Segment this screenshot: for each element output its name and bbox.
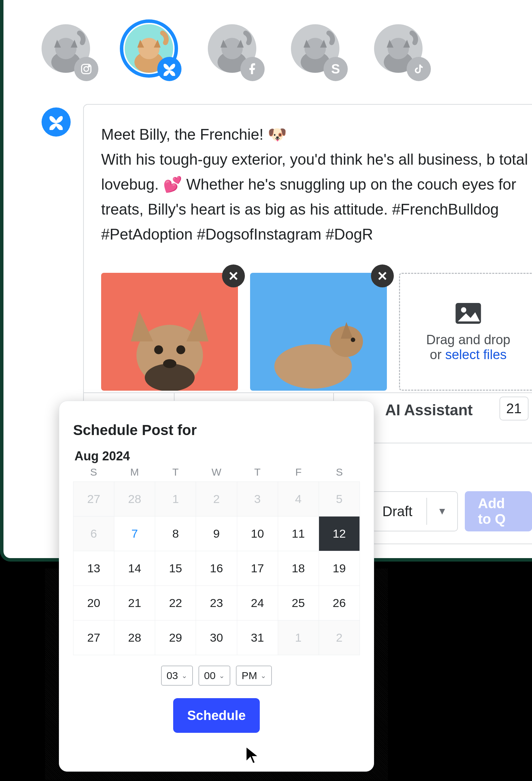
calendar-day-27[interactable]: 27 [73, 621, 114, 655]
calendar-day-16[interactable]: 16 [196, 551, 237, 586]
close-icon [228, 271, 239, 281]
svg-point-6 [138, 38, 160, 59]
calendar-day-23[interactable]: 23 [196, 586, 237, 621]
calendar-dow: T [155, 466, 196, 478]
calendar-day-8[interactable]: 8 [155, 517, 196, 551]
chevron-down-icon[interactable]: ▼ [427, 506, 458, 517]
chevron-down-icon: ⌄ [260, 671, 266, 680]
calendar-day-7[interactable]: 7 [114, 517, 155, 551]
schedule-button[interactable]: Schedule [173, 698, 260, 733]
calendar-day-9[interactable]: 9 [196, 517, 237, 551]
calendar-day-11[interactable]: 11 [278, 517, 319, 551]
calendar-day-1: 1 [155, 482, 196, 517]
calendar-day-18[interactable]: 18 [278, 551, 319, 586]
calendar-day-20[interactable]: 20 [73, 586, 114, 621]
calendar-day-3: 3 [237, 482, 278, 517]
calendar-day-12[interactable]: 12 [319, 517, 360, 551]
ai-assistant-button[interactable]: AI Assistant [385, 401, 473, 419]
calendar-day-17[interactable]: 17 [237, 551, 278, 586]
account-switcher: S [42, 24, 426, 76]
account-facebook[interactable] [208, 24, 260, 76]
remove-attachment-2[interactable] [371, 264, 394, 287]
svg-point-22 [461, 307, 466, 312]
calendar-day-2: 2 [196, 482, 237, 517]
calendar-day-4: 4 [278, 482, 319, 517]
calendar-day-2: 2 [319, 621, 360, 655]
calendar-day-19[interactable]: 19 [319, 551, 360, 586]
calendar-day-29[interactable]: 29 [155, 621, 196, 655]
chevron-down-icon: ⌄ [219, 671, 225, 680]
svg-point-16 [176, 345, 185, 354]
dog-image-1 [101, 273, 238, 391]
calendar-dow-row: SMTWTFS [73, 466, 360, 478]
calendar-day-21[interactable]: 21 [114, 586, 155, 621]
calendar-grid: 2728123456789101112131415161718192021222… [73, 481, 360, 655]
svg-point-1 [55, 38, 77, 59]
calendar-day-10[interactable]: 10 [237, 517, 278, 551]
calendar-day-1: 1 [278, 621, 319, 655]
bluesky-icon [157, 57, 181, 81]
calendar-dow: S [73, 466, 114, 478]
attachment-dropzone[interactable]: Drag and drop or select files [399, 273, 532, 391]
calendar-dow: M [114, 466, 155, 478]
ampm-value: PM [241, 670, 257, 682]
svg-point-4 [88, 66, 90, 67]
account-tiktok[interactable] [374, 24, 426, 76]
tiktok-icon [407, 57, 431, 81]
svg-point-3 [84, 67, 89, 71]
calendar-dow: T [237, 466, 278, 478]
calendar-day-24[interactable]: 24 [237, 586, 278, 621]
add-to-queue-button[interactable]: Add to Q [465, 491, 532, 531]
image-icon [454, 301, 482, 326]
character-counter: 21 [499, 397, 529, 420]
calendar-day-28: 28 [114, 482, 155, 517]
schedule-title: Schedule Post for [73, 422, 360, 439]
dropzone-text: Drag and drop or select files [426, 332, 511, 362]
bluesky-icon [48, 114, 64, 130]
calendar-day-26[interactable]: 26 [319, 586, 360, 621]
calendar-dow: W [196, 466, 237, 478]
calendar-day-22[interactable]: 22 [155, 586, 196, 621]
calendar-day-30[interactable]: 30 [196, 621, 237, 655]
schedule-popover: Schedule Post for Aug 2024 SMTWTFS 27281… [59, 401, 374, 772]
account-instagram[interactable] [42, 24, 94, 76]
attachment-2[interactable] [250, 273, 387, 391]
s-network-icon: S [323, 57, 348, 81]
cursor-icon [244, 745, 261, 765]
active-network-badge [42, 107, 71, 137]
calendar-day-15[interactable]: 15 [155, 551, 196, 586]
calendar-day-14[interactable]: 14 [114, 551, 155, 586]
minute-select[interactable]: 00 ⌄ [198, 666, 230, 686]
account-s-network[interactable]: S [291, 24, 343, 76]
svg-point-10 [304, 38, 326, 59]
calendar-month: Aug 2024 [74, 449, 360, 463]
attachment-1[interactable] [101, 273, 238, 391]
calendar-day-31[interactable]: 31 [237, 621, 278, 655]
calendar-dow: S [319, 466, 360, 478]
toolbar-divider [84, 392, 532, 393]
svg-point-12 [388, 38, 409, 59]
chevron-down-icon: ⌄ [181, 671, 187, 680]
calendar-day-13[interactable]: 13 [73, 551, 114, 586]
calendar-day-27: 27 [73, 482, 114, 517]
remove-attachment-1[interactable] [222, 264, 245, 287]
instagram-icon [74, 57, 98, 81]
attachments-row: Drag and drop or select files [101, 273, 532, 391]
svg-point-17 [163, 359, 176, 368]
draft-split-button[interactable]: Draft ▼ [371, 491, 458, 531]
post-textarea[interactable]: Meet Billy, the Frenchie! 🐶 With his tou… [101, 122, 532, 247]
draft-button-label: Draft [372, 504, 426, 519]
time-picker-row: 03 ⌄ 00 ⌄ PM ⌄ [73, 666, 360, 686]
calendar-day-28[interactable]: 28 [114, 621, 155, 655]
calendar-dow: F [278, 466, 319, 478]
svg-point-15 [154, 345, 163, 354]
close-icon [377, 271, 388, 281]
select-files-link[interactable]: select files [445, 347, 506, 362]
calendar-day-5: 5 [319, 482, 360, 517]
hour-value: 03 [167, 670, 178, 682]
svg-point-20 [351, 338, 355, 342]
calendar-day-25[interactable]: 25 [278, 586, 319, 621]
hour-select[interactable]: 03 ⌄ [161, 666, 193, 686]
account-bluesky[interactable] [125, 24, 177, 76]
ampm-select[interactable]: PM ⌄ [236, 666, 272, 686]
